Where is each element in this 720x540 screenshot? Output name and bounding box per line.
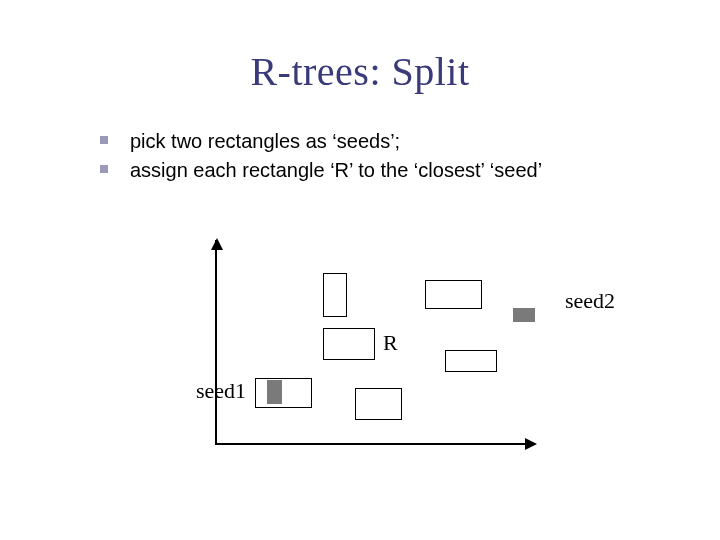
label-seed2: seed2 — [565, 288, 615, 314]
bullet-marker-icon — [100, 136, 108, 144]
rect — [355, 388, 402, 420]
bullet-item: assign each rectangle ‘R’ to the ‘closes… — [100, 157, 660, 184]
rect — [323, 273, 347, 317]
seed-marker — [267, 380, 282, 404]
bullet-text: pick two rectangles as ‘seeds’; — [130, 128, 400, 155]
label-r: R — [383, 330, 398, 356]
rect — [425, 280, 482, 309]
seed-marker — [513, 308, 535, 322]
label-seed1: seed1 — [196, 378, 246, 404]
slide: R-trees: Split pick two rectangles as ‘s… — [0, 0, 720, 540]
y-axis — [215, 240, 217, 445]
bullet-list: pick two rectangles as ‘seeds’; assign e… — [100, 128, 660, 186]
diagram: R — [195, 240, 545, 455]
bullet-text: assign each rectangle ‘R’ to the ‘closes… — [130, 157, 542, 184]
rect — [255, 378, 312, 408]
bullet-item: pick two rectangles as ‘seeds’; — [100, 128, 660, 155]
bullet-marker-icon — [100, 165, 108, 173]
x-axis — [215, 443, 535, 445]
rect — [445, 350, 497, 372]
rect — [323, 328, 375, 360]
slide-title: R-trees: Split — [0, 48, 720, 95]
